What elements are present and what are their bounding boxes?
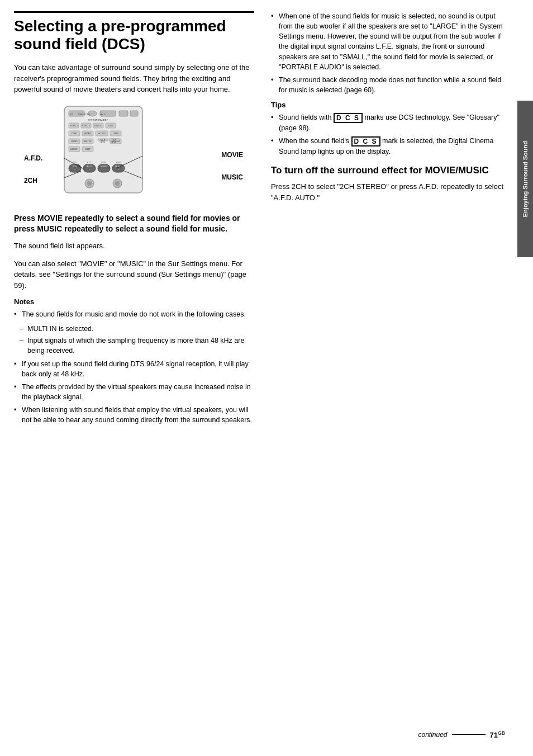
- note-item-1: The sound fields for music and movie do …: [14, 309, 254, 319]
- right-column: When one of the sound fields for music i…: [265, 11, 506, 745]
- note-item-3: The effects provided by the virtual spea…: [14, 382, 254, 402]
- svg-text:SA-CD/CD: SA-CD/CD: [98, 133, 106, 135]
- svg-text:A.F.D.: A.F.D.: [87, 162, 92, 164]
- notes-dash-list: MULTI IN is selected. Input signals of w…: [20, 324, 254, 356]
- svg-text:AV 1/: AV 1/: [101, 113, 106, 116]
- dcs-badge-1: D C S: [334, 113, 363, 123]
- tips-heading: Tips: [271, 101, 506, 109]
- page-footer: continued 71GB: [418, 730, 505, 739]
- svg-text:PHONO: PHONO: [71, 140, 78, 143]
- svg-text:MODE: MODE: [112, 141, 117, 143]
- svg-text:MUSIC: MUSIC: [116, 162, 122, 164]
- svg-text:2CH: 2CH: [73, 166, 77, 168]
- right-bullet-2: The surround back decoding mode does not…: [271, 75, 506, 95]
- svg-text:⊙: ⊙: [74, 168, 76, 171]
- body-text-2: You can also select "MOVIE" or "MUSIC" i…: [14, 258, 254, 291]
- continued-text: continued: [418, 731, 447, 739]
- svg-text:MODE: MODE: [101, 141, 106, 143]
- note-item-4: When listening with sound fields that em…: [14, 405, 254, 425]
- side-tab: Enjoying Surround Sound: [517, 101, 533, 257]
- svg-text:⊙: ⊙: [118, 168, 120, 171]
- notes-list-2: If you set up the sound field during DTS…: [14, 359, 254, 426]
- footer-line: [452, 734, 486, 735]
- turnoff-heading: To turn off the surround effect for MOVI…: [271, 164, 506, 177]
- note-item-2: If you set up the sound field during DTS…: [14, 359, 254, 379]
- right-bullet-1: When one of the sound fields for music i…: [271, 11, 506, 72]
- intro-text: You can take advantage of surround sound…: [14, 62, 254, 95]
- svg-text:MD/TAPE: MD/TAPE: [84, 133, 91, 135]
- label-movie: MOVIE: [221, 151, 243, 159]
- svg-text:TV: TV: [70, 113, 73, 116]
- svg-text:SYSTEM STANDBY: SYSTEM STANDBY: [88, 119, 108, 121]
- notes-heading: Notes: [14, 297, 254, 306]
- body-text-1: The sound field list appears.: [14, 240, 254, 252]
- instruction-heading: Press MOVIE repeatedly to select a sound…: [14, 213, 254, 235]
- svg-text:DVD: DVD: [108, 125, 113, 127]
- svg-text:VIDEO 3: VIDEO 3: [94, 125, 102, 127]
- note-dash-1: MULTI IN is selected.: [20, 324, 254, 334]
- svg-text:MULTI IN: MULTI IN: [84, 140, 92, 143]
- label-2ch: 2CH: [24, 177, 37, 185]
- svg-rect-4: [119, 111, 128, 116]
- svg-text:A.F.D.: A.F.D.: [87, 166, 92, 168]
- svg-text:TUNER: TUNER: [113, 133, 119, 135]
- svg-text:VIDEO 2: VIDEO 2: [82, 125, 90, 127]
- tip-item-2: When the sound field's D C S mark is sel…: [271, 136, 506, 157]
- svg-text:TV/SAT: TV/SAT: [72, 133, 77, 135]
- svg-text:MOVIE: MOVIE: [101, 166, 107, 168]
- svg-text:VIDEO 1: VIDEO 1: [70, 125, 78, 127]
- notes-list: The sound fields for music and movie do …: [14, 309, 254, 319]
- tip-item-1: Sound fields with D C S marks use DCS te…: [271, 112, 506, 133]
- svg-text:⊙: ⊙: [103, 168, 105, 171]
- side-tab-text: Enjoying Surround Sound: [521, 141, 529, 217]
- note-dash-2: Input signals of which the sampling freq…: [20, 336, 254, 356]
- right-bullet-list: When one of the sound fields for music i…: [271, 11, 506, 95]
- turnoff-text: Press 2CH to select "2CH STEREO" or pres…: [271, 181, 506, 203]
- svg-text:⊙: ⊙: [89, 168, 91, 171]
- label-music: MUSIC: [221, 173, 243, 181]
- svg-point-65: [115, 181, 120, 186]
- label-afd: A.F.D.: [24, 154, 42, 162]
- left-column: Selecting a pre-programmed sound field (…: [14, 11, 265, 745]
- page-number: 71GB: [490, 730, 505, 739]
- svg-text:MOVIE: MOVIE: [101, 162, 107, 164]
- remote-diagram: A.F.D. 2CH MOVIE MUSIC TV RM SET UP: [14, 105, 254, 203]
- svg-text:RM SET UP: RM SET UP: [78, 113, 91, 116]
- svg-rect-5: [130, 111, 138, 116]
- svg-text:SLEEP: SLEEP: [85, 148, 91, 150]
- tips-list: Sound fields with D C S marks use DCS te…: [271, 112, 506, 157]
- dcs-badge-2: D C S: [351, 136, 380, 147]
- page-title: Selecting a pre-programmed sound field (…: [14, 11, 254, 53]
- remote-svg: TV RM SET UP AV 1/ SYSTEM STANDBY VIDEO …: [47, 105, 159, 195]
- svg-text:A.DIRECT: A.DIRECT: [70, 148, 78, 150]
- svg-point-63: [87, 181, 92, 186]
